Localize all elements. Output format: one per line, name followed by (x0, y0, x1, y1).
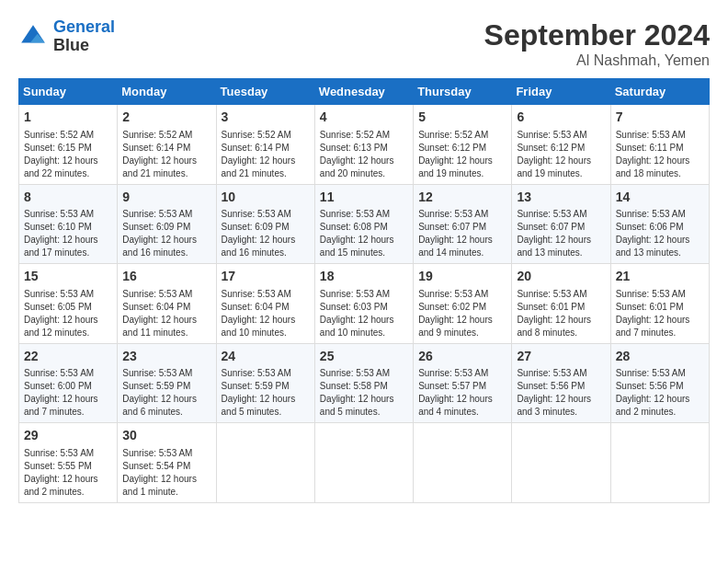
calendar-cell: 6Sunrise: 5:53 AM Sunset: 6:12 PM Daylig… (512, 105, 610, 185)
calendar-cell (314, 423, 413, 503)
header-saturday: Saturday (610, 79, 709, 105)
calendar-table: SundayMondayTuesdayWednesdayThursdayFrid… (18, 78, 710, 503)
calendar-cell: 15Sunrise: 5:53 AM Sunset: 6:05 PM Dayli… (19, 264, 118, 344)
day-info: Sunrise: 5:52 AM Sunset: 6:14 PM Dayligh… (222, 129, 310, 180)
day-info: Sunrise: 5:53 AM Sunset: 5:55 PM Dayligh… (24, 447, 112, 499)
day-info: Sunrise: 5:52 AM Sunset: 6:12 PM Dayligh… (418, 129, 506, 180)
header-thursday: Thursday (414, 79, 512, 105)
calendar-subtitle: Al Nashmah, Yemen (484, 52, 710, 69)
day-number: 29 (24, 427, 112, 445)
calendar-cell (216, 423, 314, 503)
header-wednesday: Wednesday (314, 79, 413, 105)
calendar-cell: 17Sunrise: 5:53 AM Sunset: 6:04 PM Dayli… (216, 264, 314, 344)
day-info: Sunrise: 5:53 AM Sunset: 6:10 PM Dayligh… (24, 208, 112, 259)
day-info: Sunrise: 5:53 AM Sunset: 5:54 PM Dayligh… (122, 447, 210, 499)
calendar-cell: 2Sunrise: 5:52 AM Sunset: 6:14 PM Daylig… (118, 105, 216, 185)
day-info: Sunrise: 5:53 AM Sunset: 5:56 PM Dayligh… (616, 367, 704, 419)
calendar-cell (512, 423, 610, 503)
day-info: Sunrise: 5:52 AM Sunset: 6:15 PM Dayligh… (24, 129, 112, 180)
calendar-cell: 23Sunrise: 5:53 AM Sunset: 5:59 PM Dayli… (118, 343, 216, 423)
day-info: Sunrise: 5:53 AM Sunset: 6:00 PM Dayligh… (24, 367, 112, 419)
day-info: Sunrise: 5:53 AM Sunset: 6:07 PM Dayligh… (418, 208, 506, 259)
day-info: Sunrise: 5:53 AM Sunset: 6:03 PM Dayligh… (320, 288, 408, 339)
day-info: Sunrise: 5:53 AM Sunset: 6:01 PM Dayligh… (517, 288, 605, 339)
day-number: 13 (517, 189, 605, 207)
day-number: 25 (320, 348, 408, 366)
day-number: 9 (122, 189, 210, 207)
day-number: 28 (616, 348, 704, 366)
day-info: Sunrise: 5:53 AM Sunset: 6:09 PM Dayligh… (222, 208, 310, 259)
day-info: Sunrise: 5:53 AM Sunset: 5:58 PM Dayligh… (320, 367, 408, 419)
day-number: 17 (222, 268, 310, 286)
page-header: General Blue September 2024 Al Nashmah, … (18, 18, 710, 69)
calendar-cell: 24Sunrise: 5:53 AM Sunset: 5:59 PM Dayli… (216, 343, 314, 423)
calendar-cell: 14Sunrise: 5:53 AM Sunset: 6:06 PM Dayli… (610, 184, 709, 264)
calendar-week-1: 1Sunrise: 5:52 AM Sunset: 6:15 PM Daylig… (19, 105, 710, 185)
header-tuesday: Tuesday (216, 79, 314, 105)
day-number: 24 (222, 348, 310, 366)
calendar-cell: 18Sunrise: 5:53 AM Sunset: 6:03 PM Dayli… (314, 264, 413, 344)
day-number: 4 (320, 109, 408, 127)
calendar-cell: 27Sunrise: 5:53 AM Sunset: 5:56 PM Dayli… (512, 343, 610, 423)
calendar-cell (610, 423, 709, 503)
day-number: 15 (24, 268, 112, 286)
day-info: Sunrise: 5:53 AM Sunset: 6:02 PM Dayligh… (418, 288, 506, 339)
calendar-cell: 26Sunrise: 5:53 AM Sunset: 5:57 PM Dayli… (414, 343, 512, 423)
calendar-cell: 5Sunrise: 5:52 AM Sunset: 6:12 PM Daylig… (414, 105, 512, 185)
calendar-cell: 21Sunrise: 5:53 AM Sunset: 6:01 PM Dayli… (610, 264, 709, 344)
day-number: 27 (517, 348, 605, 366)
calendar-cell: 12Sunrise: 5:53 AM Sunset: 6:07 PM Dayli… (414, 184, 512, 264)
day-number: 8 (24, 189, 112, 207)
day-number: 21 (616, 268, 704, 286)
day-number: 11 (320, 189, 408, 207)
day-number: 26 (418, 348, 506, 366)
day-info: Sunrise: 5:53 AM Sunset: 5:59 PM Dayligh… (222, 367, 310, 419)
calendar-title: September 2024 (484, 18, 710, 52)
day-number: 3 (222, 109, 310, 127)
day-info: Sunrise: 5:53 AM Sunset: 6:01 PM Dayligh… (616, 288, 704, 339)
calendar-header-row: SundayMondayTuesdayWednesdayThursdayFrid… (19, 79, 710, 105)
calendar-week-3: 15Sunrise: 5:53 AM Sunset: 6:05 PM Dayli… (19, 264, 710, 344)
calendar-cell: 13Sunrise: 5:53 AM Sunset: 6:07 PM Dayli… (512, 184, 610, 264)
header-sunday: Sunday (19, 79, 118, 105)
calendar-cell: 9Sunrise: 5:53 AM Sunset: 6:09 PM Daylig… (118, 184, 216, 264)
day-info: Sunrise: 5:53 AM Sunset: 6:04 PM Dayligh… (222, 288, 310, 339)
logo-line2: Blue (53, 37, 115, 55)
day-number: 2 (122, 109, 210, 127)
day-info: Sunrise: 5:53 AM Sunset: 6:11 PM Dayligh… (616, 129, 704, 180)
calendar-cell: 3Sunrise: 5:52 AM Sunset: 6:14 PM Daylig… (216, 105, 314, 185)
day-number: 7 (616, 109, 704, 127)
day-info: Sunrise: 5:53 AM Sunset: 6:12 PM Dayligh… (517, 129, 605, 180)
day-number: 5 (418, 109, 506, 127)
calendar-cell: 22Sunrise: 5:53 AM Sunset: 6:00 PM Dayli… (19, 343, 118, 423)
day-info: Sunrise: 5:52 AM Sunset: 6:13 PM Dayligh… (320, 129, 408, 180)
calendar-cell: 7Sunrise: 5:53 AM Sunset: 6:11 PM Daylig… (610, 105, 709, 185)
calendar-cell: 16Sunrise: 5:53 AM Sunset: 6:04 PM Dayli… (118, 264, 216, 344)
day-number: 6 (517, 109, 605, 127)
calendar-cell: 30Sunrise: 5:53 AM Sunset: 5:54 PM Dayli… (118, 423, 216, 503)
calendar-cell: 19Sunrise: 5:53 AM Sunset: 6:02 PM Dayli… (414, 264, 512, 344)
calendar-cell: 8Sunrise: 5:53 AM Sunset: 6:10 PM Daylig… (19, 184, 118, 264)
day-info: Sunrise: 5:53 AM Sunset: 6:07 PM Dayligh… (517, 208, 605, 259)
day-number: 18 (320, 268, 408, 286)
calendar-cell: 29Sunrise: 5:53 AM Sunset: 5:55 PM Dayli… (19, 423, 118, 503)
day-number: 23 (122, 348, 210, 366)
logo-icon (18, 22, 48, 52)
calendar-cell: 25Sunrise: 5:53 AM Sunset: 5:58 PM Dayli… (314, 343, 413, 423)
day-info: Sunrise: 5:53 AM Sunset: 6:06 PM Dayligh… (616, 208, 704, 259)
day-info: Sunrise: 5:53 AM Sunset: 6:04 PM Dayligh… (122, 288, 210, 339)
title-block: September 2024 Al Nashmah, Yemen (484, 18, 710, 69)
calendar-cell: 1Sunrise: 5:52 AM Sunset: 6:15 PM Daylig… (19, 105, 118, 185)
day-info: Sunrise: 5:52 AM Sunset: 6:14 PM Dayligh… (122, 129, 210, 180)
calendar-cell: 4Sunrise: 5:52 AM Sunset: 6:13 PM Daylig… (314, 105, 413, 185)
day-info: Sunrise: 5:53 AM Sunset: 6:09 PM Dayligh… (122, 208, 210, 259)
day-number: 10 (222, 189, 310, 207)
day-number: 12 (418, 189, 506, 207)
logo-text: General Blue (53, 18, 115, 55)
day-number: 22 (24, 348, 112, 366)
calendar-week-4: 22Sunrise: 5:53 AM Sunset: 6:00 PM Dayli… (19, 343, 710, 423)
calendar-cell: 11Sunrise: 5:53 AM Sunset: 6:08 PM Dayli… (314, 184, 413, 264)
day-number: 30 (122, 427, 210, 445)
header-friday: Friday (512, 79, 610, 105)
day-info: Sunrise: 5:53 AM Sunset: 6:08 PM Dayligh… (320, 208, 408, 259)
